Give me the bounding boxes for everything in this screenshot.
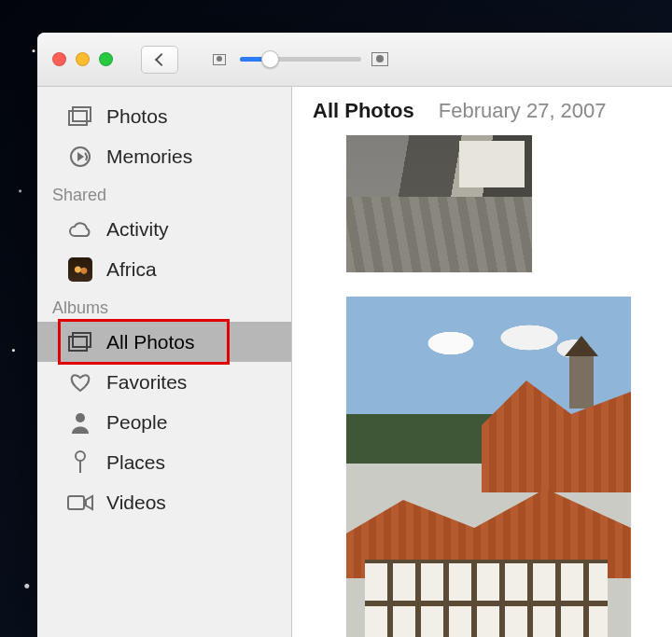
- sidebar-section-shared: Shared: [37, 176, 291, 209]
- thumbnail-large-icon[interactable]: [371, 52, 391, 67]
- sidebar-item-label: Places: [106, 451, 165, 474]
- sidebar-item-label: Photos: [106, 105, 167, 128]
- sidebar-item-all-photos[interactable]: All Photos: [37, 322, 291, 362]
- sidebar-item-label: Favorites: [106, 371, 187, 394]
- content-pane: All Photos February 27, 2007: [292, 87, 672, 637]
- photo-grid[interactable]: [292, 135, 672, 637]
- sidebar-item-videos[interactable]: Videos: [37, 482, 291, 522]
- sidebar-section-albums: Albums: [37, 289, 291, 322]
- traffic-lights: [52, 52, 113, 66]
- sidebar-item-label: Activity: [106, 218, 169, 241]
- sidebar: Photos Memories Shared Activity Afric: [37, 87, 292, 637]
- window-close-button[interactable]: [52, 52, 66, 66]
- photos-icon: [67, 331, 93, 353]
- album-thumbnail-icon: [67, 258, 93, 281]
- svg-rect-4: [69, 337, 87, 351]
- window-titlebar: [37, 33, 672, 87]
- memories-icon: [67, 145, 93, 168]
- sidebar-item-photos[interactable]: Photos: [37, 96, 291, 136]
- svg-rect-9: [68, 496, 84, 509]
- pin-icon: [67, 451, 93, 474]
- thumbnail-zoom-control: [210, 52, 391, 67]
- heart-icon: [67, 371, 93, 394]
- window-minimize-button[interactable]: [76, 52, 90, 66]
- sidebar-item-africa[interactable]: Africa: [37, 249, 291, 289]
- svg-rect-0: [69, 111, 87, 125]
- svg-rect-1: [73, 107, 91, 121]
- sidebar-item-places[interactable]: Places: [37, 442, 291, 482]
- svg-point-7: [76, 451, 85, 461]
- sidebar-item-label: Africa: [106, 258, 157, 281]
- window-zoom-button[interactable]: [99, 52, 113, 66]
- svg-point-6: [76, 413, 85, 422]
- sidebar-item-label: All Photos: [106, 331, 195, 353]
- sidebar-item-activity[interactable]: Activity: [37, 209, 291, 249]
- photo-thumbnail[interactable]: [346, 297, 631, 637]
- chevron-left-icon: [154, 52, 167, 65]
- content-date-range: February 27, 2007: [439, 99, 607, 123]
- svg-rect-5: [73, 333, 91, 347]
- sidebar-item-label: People: [106, 411, 167, 434]
- window-body: Photos Memories Shared Activity Afric: [37, 87, 672, 637]
- thumbnail-zoom-slider[interactable]: [240, 57, 361, 62]
- video-icon: [67, 492, 93, 514]
- content-header: All Photos February 27, 2007: [292, 87, 672, 135]
- cloud-icon: [67, 218, 93, 241]
- back-button[interactable]: [141, 46, 178, 74]
- photos-app-window: Photos Memories Shared Activity Afric: [37, 33, 672, 637]
- photo-thumbnail[interactable]: [346, 135, 532, 272]
- photos-icon: [67, 105, 93, 128]
- sidebar-item-label: Videos: [106, 492, 166, 514]
- sidebar-item-memories[interactable]: Memories: [37, 136, 291, 176]
- content-title: All Photos: [313, 99, 414, 123]
- thumbnail-small-icon[interactable]: [210, 52, 231, 67]
- sidebar-item-people[interactable]: People: [37, 402, 291, 442]
- slider-knob[interactable]: [261, 50, 279, 68]
- svg-marker-3: [77, 152, 84, 161]
- person-icon: [67, 411, 93, 434]
- svg-marker-10: [86, 496, 92, 509]
- sidebar-item-favorites[interactable]: Favorites: [37, 362, 291, 402]
- sidebar-item-label: Memories: [106, 145, 192, 168]
